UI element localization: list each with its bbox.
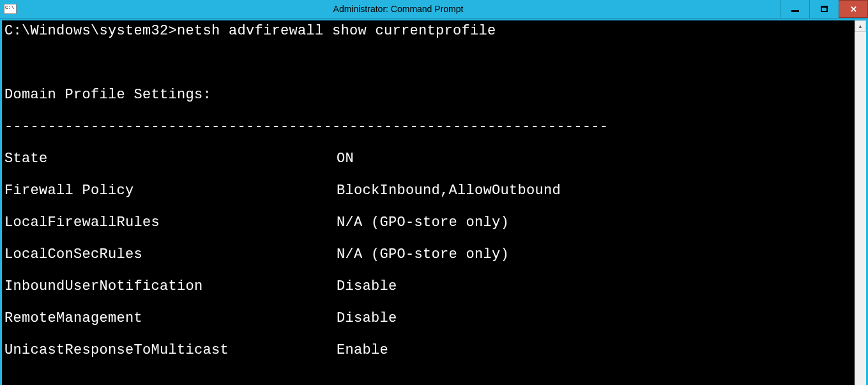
maximize-icon xyxy=(821,6,828,12)
command-prompt-window: Administrator: Command Prompt ✕ C:\Windo… xyxy=(0,0,868,385)
setting-value: Disable xyxy=(337,278,397,294)
minimize-button[interactable] xyxy=(780,0,809,18)
setting-key: InboundUserNotification xyxy=(4,278,337,294)
setting-key: RemoteManagement xyxy=(4,310,337,326)
setting-key: UnicastResponseToMulticast xyxy=(4,342,337,358)
setting-row: LocalConSecRulesN/A (GPO-store only) xyxy=(4,246,855,262)
setting-value: BlockInbound,AllowOutbound xyxy=(337,183,561,199)
setting-value: Enable xyxy=(337,342,388,358)
titlebar[interactable]: Administrator: Command Prompt ✕ xyxy=(0,0,868,19)
section-header: Domain Profile Settings: xyxy=(4,87,855,103)
setting-key: State xyxy=(4,151,337,167)
setting-key: LocalFirewallRules xyxy=(4,215,337,230)
close-button[interactable]: ✕ xyxy=(839,0,868,18)
setting-value: N/A (GPO-store only) xyxy=(337,246,509,262)
setting-row: Firewall PolicyBlockInbound,AllowOutboun… xyxy=(4,183,855,199)
prompt: C:\Windows\system32> xyxy=(4,23,177,39)
setting-row: InboundUserNotificationDisable xyxy=(4,278,855,294)
setting-row: LocalFirewallRulesN/A (GPO-store only) xyxy=(4,215,855,230)
command-text: netsh advfirewall show currentprofile xyxy=(177,23,496,39)
setting-row: UnicastResponseToMulticastEnable xyxy=(4,342,855,358)
setting-row: RemoteManagementDisable xyxy=(4,310,855,326)
window-title: Administrator: Command Prompt xyxy=(17,4,780,14)
console-output[interactable]: C:\Windows\system32>netsh advfirewall sh… xyxy=(2,20,855,385)
content-wrapper: C:\Windows\system32>netsh advfirewall sh… xyxy=(0,19,868,385)
vertical-scrollbar[interactable]: ▲ ▼ xyxy=(855,20,866,385)
maximize-button[interactable] xyxy=(809,0,839,18)
scroll-track[interactable] xyxy=(855,32,866,385)
scroll-up-button[interactable]: ▲ xyxy=(855,20,866,32)
setting-value: ON xyxy=(337,151,354,167)
setting-key: Firewall Policy xyxy=(4,183,337,199)
close-icon: ✕ xyxy=(850,4,857,14)
window-controls: ✕ xyxy=(780,0,868,18)
setting-value: N/A (GPO-store only) xyxy=(337,215,509,230)
minimize-icon xyxy=(791,10,799,12)
setting-key: LocalConSecRules xyxy=(4,246,337,262)
setting-row: StateON xyxy=(4,151,855,167)
divider: ----------------------------------------… xyxy=(4,119,855,135)
cmd-icon xyxy=(4,4,17,14)
setting-value: Disable xyxy=(337,310,397,326)
